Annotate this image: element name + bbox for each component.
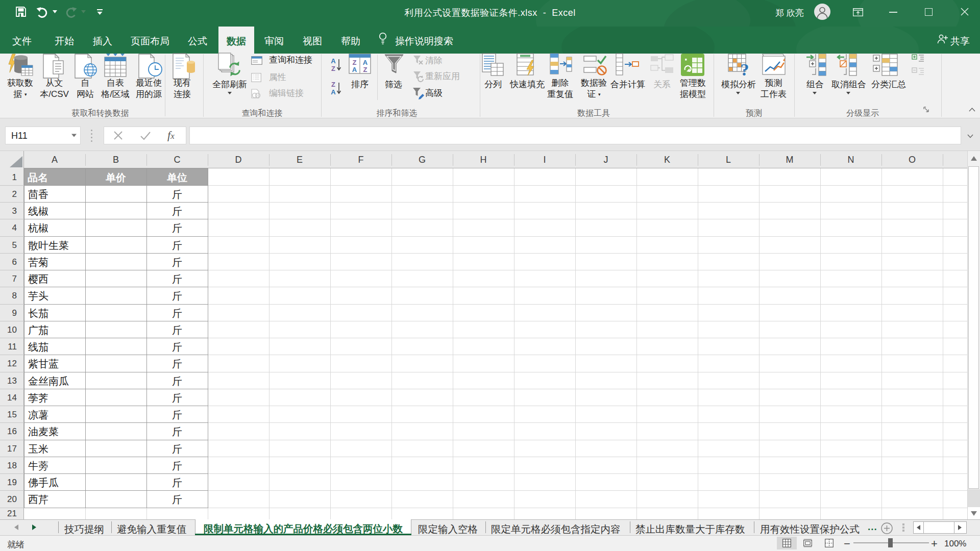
svg-text:Z: Z <box>353 59 357 66</box>
svg-text:A: A <box>363 59 368 66</box>
svg-text:Z: Z <box>331 81 335 88</box>
svg-text:A: A <box>352 66 357 73</box>
svg-text:?: ? <box>741 60 749 79</box>
svg-text:A: A <box>331 57 336 65</box>
svg-text:A: A <box>331 88 336 96</box>
svg-text:Z: Z <box>331 65 335 72</box>
svg-text:Z: Z <box>363 66 368 73</box>
